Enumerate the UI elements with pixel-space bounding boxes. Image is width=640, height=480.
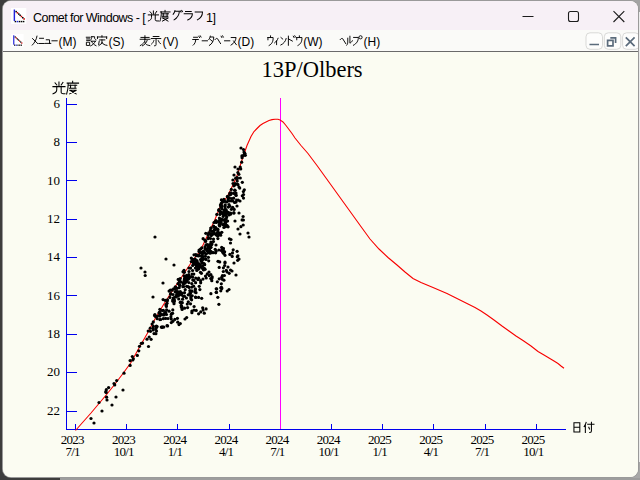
svg-text:6: 6: [54, 96, 61, 111]
svg-text:12: 12: [47, 211, 60, 226]
svg-text:4/1: 4/1: [424, 444, 439, 459]
svg-text:18: 18: [47, 326, 60, 341]
svg-text:7/1: 7/1: [65, 444, 80, 459]
svg-text:20: 20: [47, 364, 60, 379]
svg-text:7/1: 7/1: [475, 444, 490, 459]
svg-text:10: 10: [47, 173, 60, 188]
svg-text:14: 14: [47, 249, 61, 264]
svg-text:16: 16: [47, 288, 61, 303]
svg-text:1/1: 1/1: [168, 444, 183, 459]
svg-text:10/1: 10/1: [114, 444, 134, 459]
svg-text:1/1: 1/1: [373, 444, 388, 459]
svg-text:10/1: 10/1: [523, 444, 543, 459]
svg-text:7/1: 7/1: [270, 444, 285, 459]
svg-text:4/1: 4/1: [219, 444, 234, 459]
svg-text:22: 22: [47, 403, 60, 418]
svg-text:8: 8: [54, 134, 61, 149]
svg-text:13P/Olbers: 13P/Olbers: [261, 57, 362, 82]
svg-text:10/1: 10/1: [319, 444, 339, 459]
